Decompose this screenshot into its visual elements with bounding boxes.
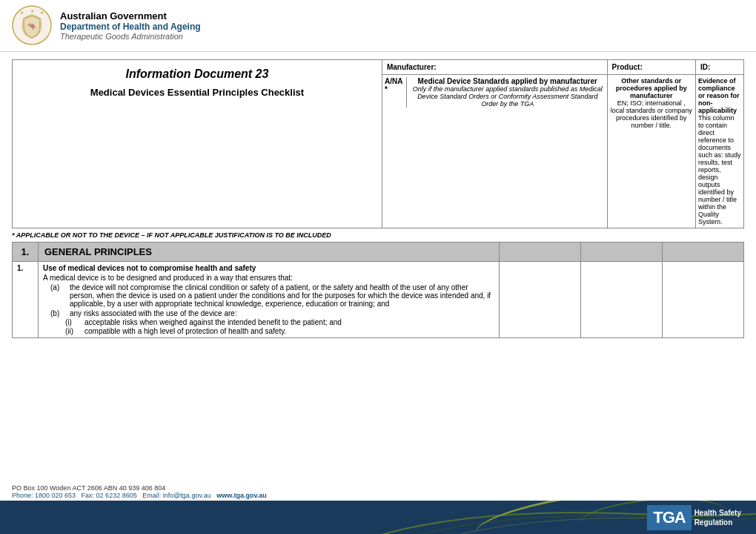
ana-label: A/NA (385, 77, 402, 85)
svg-text:★: ★ (30, 9, 34, 13)
ana-note: * (385, 85, 388, 93)
col2-sub: EN; ISO; international , local standards… (611, 99, 692, 129)
gov-line3: Therapeutic Goods Administration (60, 32, 201, 41)
gov-line1: Australian Government (60, 10, 201, 22)
checklist-table: 1. GENERAL PRINCIPLES 1. Use of medical … (12, 242, 744, 338)
sub-text-b: any risks associated with the use of the… (70, 309, 237, 317)
id-label: ID: (700, 63, 710, 71)
svg-text:★: ★ (40, 10, 44, 15)
tga-logo: TGA Health Safety Regulation (647, 505, 741, 530)
item-1-intro: A medical device is to be designed and p… (43, 274, 494, 282)
footer-website[interactable]: www.tga.gov.au (216, 492, 267, 499)
sub-sub-label-i: (i) (65, 318, 80, 326)
footer-phone: Phone: 1800 020 653 (12, 492, 76, 499)
item-1-title: Use of medical devices not to compromise… (43, 264, 256, 272)
sub-sub-item-ii: (ii) compatible with a high level of pro… (65, 327, 494, 335)
item-1-col3 (581, 262, 663, 338)
footer-curves-icon (0, 501, 756, 534)
item-1-num: 1. (13, 262, 39, 338)
sub-item-a: (a) the device will not compromise the c… (50, 283, 494, 308)
col3-header: Evidence of compliance or reason for non… (698, 77, 740, 114)
page-footer: PO Box 100 Woden ACT 2606 ABN 40 939 406… (0, 481, 756, 534)
document-table: Information Document 23 Medical Devices … (12, 59, 744, 228)
col3-area: Evidence of compliance or reason for non… (698, 77, 741, 225)
main-content: Information Document 23 Medical Devices … (0, 52, 756, 347)
item-1-col2 (500, 262, 581, 338)
footer-bar: TGA Health Safety Regulation (0, 501, 756, 534)
section-1-num: 1. (13, 243, 39, 262)
footer-contact: PO Box 100 Woden ACT 2606 ABN 40 939 406… (0, 481, 756, 501)
svg-text:🦘: 🦘 (27, 22, 37, 31)
coat-of-arms-icon: 🦘 ★ ★ ★ (12, 5, 53, 46)
footer-address-block: PO Box 100 Woden ACT 2606 ABN 40 939 406… (12, 484, 267, 499)
col3-sub: This column to contain direct reference … (698, 114, 741, 225)
col1-header: Medical Device Standards applied by manu… (411, 77, 605, 85)
section-1-header: 1. GENERAL PRINCIPLES (13, 243, 744, 262)
footer-email: info@tga.gov.au (163, 492, 211, 499)
sub-sub-text-i: acceptable risks when weighed against th… (84, 318, 342, 326)
item-1-col4 (663, 262, 744, 338)
gov-line2: Department of Health and Ageing (60, 22, 201, 32)
tga-tagline: Health Safety Regulation (694, 508, 741, 527)
item-1-content: Use of medical devices not to compromise… (39, 262, 500, 338)
government-title: Australian Government Department of Heal… (60, 10, 201, 41)
sub-label-a: (a) (50, 283, 65, 308)
sub-sub-item-i: (i) acceptable risks when weighed agains… (65, 318, 494, 326)
document-subtitle: Medical Devices Essential Principles Che… (20, 81, 374, 101)
svg-text:★: ★ (20, 10, 24, 15)
document-title: Information Document 23 (20, 67, 374, 81)
footer-email-label: Email: (142, 492, 161, 499)
sub-label-b: (b) (50, 309, 65, 317)
item-1-row: 1. Use of medical devices not to comprom… (13, 262, 744, 338)
footer-address: PO Box 100 Woden ACT 2606 ABN 40 939 406… (12, 484, 267, 492)
page-header: 🦘 ★ ★ ★ Australian Government Department… (0, 0, 756, 52)
col1-sub: Only if the manufacturer applied standar… (411, 85, 605, 108)
tga-box: TGA (647, 505, 691, 530)
tga-line2: Regulation (694, 518, 741, 527)
sub-sub-label-ii: (ii) (65, 327, 80, 335)
sub-text-a: the device will not compromise the clini… (70, 283, 494, 308)
footer-fax: Fax: 02 6232 8605 (82, 492, 137, 499)
section-1-title: GENERAL PRINCIPLES (39, 243, 500, 262)
product-label: Product: (612, 63, 643, 71)
footer-contact-line: Phone: 1800 020 653 Fax: 02 6232 8605 Em… (12, 492, 267, 499)
col2-header: Other standards or procedures applied by… (610, 77, 693, 129)
sub-sub-text-ii: compatible with a high level of protecti… (84, 327, 286, 335)
applicability-note: * APPLICABLE OR NOT TO THE DEVICE – IF N… (12, 230, 744, 240)
sub-item-b: (b) any risks associated with the use of… (50, 309, 494, 317)
logo-area: 🦘 ★ ★ ★ Australian Government Department… (12, 5, 201, 46)
tga-line1: Health Safety (694, 508, 741, 518)
manufacturer-label: Manufacturer: (387, 63, 437, 71)
